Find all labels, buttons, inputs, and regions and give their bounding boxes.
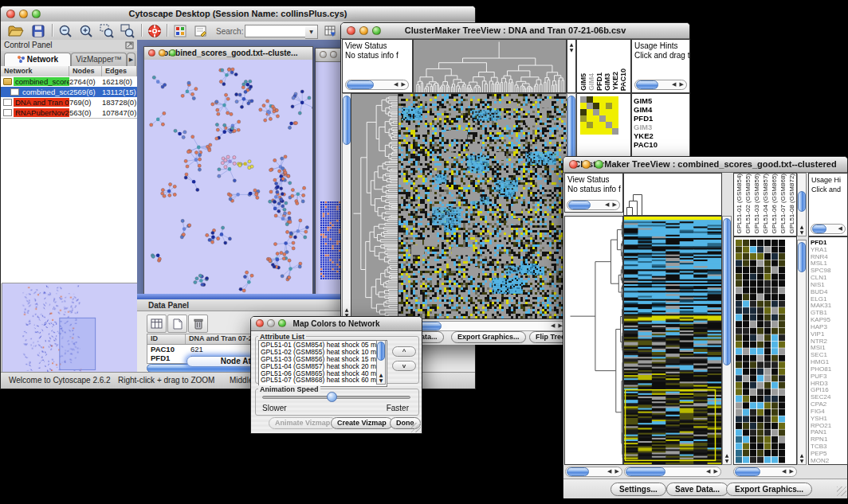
column-label[interactable]: GPL51-06 (GSM865) bbox=[770, 174, 779, 234]
column-label[interactable]: GPL51-07 (GSM868) bbox=[779, 174, 787, 234]
scroll-left-icon[interactable]: ◀ bbox=[605, 201, 610, 208]
scroll-thumb[interactable] bbox=[798, 191, 806, 212]
minimize-icon[interactable] bbox=[330, 51, 337, 58]
matrix-cell[interactable] bbox=[599, 109, 606, 115]
scroll-thumb[interactable] bbox=[636, 80, 658, 89]
float-panel-icon[interactable] bbox=[125, 41, 134, 49]
import-table-button[interactable] bbox=[321, 23, 339, 38]
export-graphics-button[interactable]: Export Graphics... bbox=[726, 483, 812, 496]
column-label[interactable]: GIM5 bbox=[579, 73, 587, 91]
resize-grip[interactable] bbox=[837, 486, 846, 496]
network1-title-bar[interactable]: combined_scores_good.txt--cluste... bbox=[144, 47, 312, 61]
scroll-right-icon[interactable]: ▶ bbox=[790, 468, 795, 475]
col-edges[interactable]: Edges bbox=[102, 66, 137, 76]
matrix-cell[interactable] bbox=[593, 96, 599, 103]
matrix-cell[interactable] bbox=[593, 115, 599, 122]
zoom-window-icon[interactable] bbox=[169, 49, 176, 57]
matrix-cell[interactable] bbox=[580, 128, 587, 135]
zoom-out-button[interactable] bbox=[57, 23, 74, 38]
close-icon[interactable] bbox=[148, 49, 155, 57]
col-id[interactable]: ID bbox=[147, 334, 186, 344]
col-network[interactable]: Network bbox=[1, 66, 69, 76]
matrix-cell[interactable] bbox=[612, 96, 618, 103]
detail-heatmap[interactable] bbox=[736, 240, 786, 463]
scroll-thumb[interactable] bbox=[343, 96, 351, 145]
similarity-matrix[interactable] bbox=[580, 96, 618, 135]
move-attribute-up-button[interactable]: ^ bbox=[392, 346, 416, 357]
column-tree[interactable] bbox=[624, 174, 721, 215]
gene-label[interactable]: MON2 bbox=[809, 458, 847, 465]
birds-eye-view[interactable] bbox=[2, 283, 138, 374]
matrix-cell[interactable] bbox=[606, 103, 612, 109]
gene-label[interactable]: YKE2 bbox=[632, 131, 689, 140]
attribute-item[interactable]: GPL51-07 (GSM868) heat shock 60 min bbox=[259, 377, 387, 384]
gene-label[interactable]: GIM3 bbox=[632, 123, 689, 131]
settings-button[interactable]: Settings... bbox=[610, 483, 666, 496]
matrix-cell[interactable] bbox=[612, 109, 618, 115]
scroll-thumb[interactable] bbox=[626, 467, 665, 476]
scroll-thumb[interactable] bbox=[798, 242, 806, 272]
scroll-down-icon[interactable]: ▼ bbox=[570, 47, 574, 53]
gene-label[interactable]: GIM4 bbox=[632, 105, 689, 114]
scroll-right-icon[interactable]: ▶ bbox=[402, 81, 406, 88]
zoom-window-icon[interactable] bbox=[372, 26, 381, 35]
matrix-cell[interactable] bbox=[612, 103, 618, 109]
matrix-cell[interactable] bbox=[612, 122, 618, 128]
main-title-bar[interactable]: Cytoscape Desktop (Session Name: collins… bbox=[1, 6, 475, 22]
matrix-cell[interactable] bbox=[580, 109, 587, 115]
scroll-thumb[interactable] bbox=[812, 225, 826, 233]
com-heatmap-hscrollbar[interactable]: ◀ ▶ bbox=[624, 467, 721, 477]
scroll-right-icon[interactable]: ▶ bbox=[680, 81, 685, 88]
save-session-button[interactable] bbox=[29, 23, 47, 38]
zoom-window-icon[interactable] bbox=[278, 319, 286, 327]
treeview-dna-title-bar[interactable]: ClusterMaker TreeView : DNA and Tran 07-… bbox=[341, 23, 689, 39]
move-attribute-down-button[interactable]: v bbox=[392, 361, 416, 371]
scroll-right-icon[interactable]: ▶ bbox=[714, 468, 719, 475]
combined-heatmap[interactable] bbox=[624, 217, 721, 464]
matrix-cell[interactable] bbox=[580, 122, 587, 128]
minimize-icon[interactable] bbox=[359, 26, 368, 35]
scroll-thumb[interactable] bbox=[723, 218, 731, 365]
matrix-cell[interactable] bbox=[593, 128, 599, 135]
scroll-thumb[interactable] bbox=[567, 467, 589, 476]
scroll-up-icon[interactable]: ▲ bbox=[800, 224, 804, 229]
matrix-cell[interactable] bbox=[599, 115, 606, 122]
scroll-up-icon[interactable]: ▲ bbox=[570, 41, 574, 47]
matrix-cell[interactable] bbox=[606, 109, 612, 115]
export-graphics-button[interactable]: Export Graphics... bbox=[451, 331, 526, 343]
dialog-title-bar[interactable]: Map Colors to Network bbox=[251, 317, 422, 331]
scroll-left-icon[interactable]: ◀ bbox=[782, 468, 787, 475]
minimize-icon[interactable] bbox=[19, 10, 28, 18]
gene-label[interactable]: PFD1 bbox=[632, 114, 689, 123]
matrix-cell[interactable] bbox=[587, 103, 593, 109]
matrix-cell[interactable] bbox=[612, 115, 618, 122]
matrix-cell[interactable] bbox=[593, 109, 599, 115]
matrix-cell[interactable] bbox=[599, 122, 606, 128]
matrix-cell[interactable] bbox=[587, 122, 593, 128]
save-data-button[interactable]: Save Data... bbox=[666, 483, 728, 496]
column-label[interactable]: GIM4 bbox=[587, 73, 595, 91]
matrix-cell[interactable] bbox=[587, 128, 593, 135]
tab-overflow-button[interactable]: ▶ bbox=[127, 53, 135, 66]
zoom-selected-button[interactable] bbox=[98, 23, 116, 38]
delete-attribute-button[interactable] bbox=[188, 315, 208, 333]
attribute-select-button[interactable] bbox=[147, 315, 167, 333]
column-label[interactable]: GPL51-01 (GSM854) bbox=[735, 174, 744, 234]
com-heatmap-vscrollbar[interactable]: ▲▼ bbox=[722, 216, 732, 465]
scroll-up-icon[interactable]: ▲ bbox=[345, 307, 349, 312]
usage-hints-hscrollbar[interactable]: ◀ ▶ bbox=[634, 80, 687, 90]
scroll-down-icon[interactable]: ▼ bbox=[379, 377, 383, 383]
row-dendrogram[interactable] bbox=[351, 94, 398, 318]
com-detail-vscrollbar[interactable]: ▲▼ bbox=[797, 240, 807, 465]
matrix-cell[interactable] bbox=[606, 128, 612, 135]
scroll-left-icon[interactable]: ◀ bbox=[706, 468, 711, 475]
matrix-cell[interactable] bbox=[593, 103, 599, 109]
zoom-in-button[interactable] bbox=[77, 23, 95, 38]
matrix-cell[interactable] bbox=[587, 115, 593, 122]
matrix-cell[interactable] bbox=[593, 122, 599, 128]
zoom-window-icon[interactable] bbox=[595, 160, 603, 169]
search-dropdown-button[interactable]: ▼ bbox=[305, 25, 318, 39]
scroll-up-icon[interactable]: ▲ bbox=[725, 452, 729, 458]
matrix-cell[interactable] bbox=[606, 96, 612, 103]
scroll-left-icon[interactable]: ◀ bbox=[551, 322, 556, 329]
